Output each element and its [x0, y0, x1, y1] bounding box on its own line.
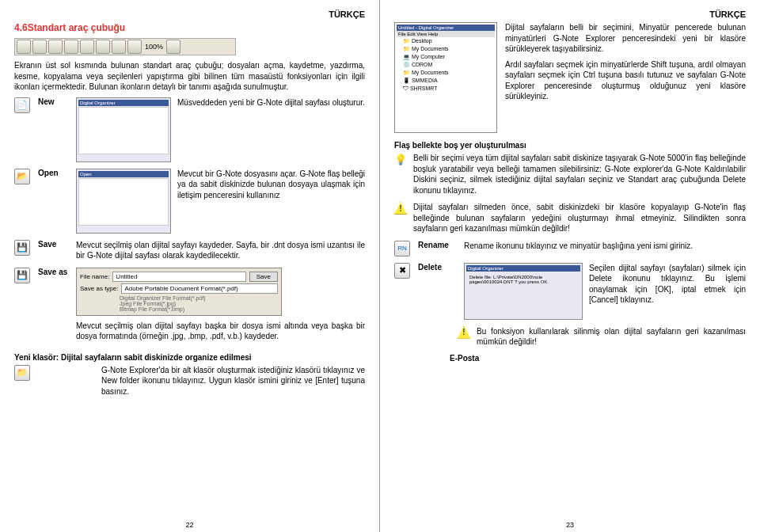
- drag-para2: Ardıl sayfaları seçmek için minyatürlerd…: [505, 59, 746, 102]
- open-screenshot: Open: [76, 169, 171, 234]
- tb-undo-icon: [127, 40, 142, 54]
- tb-cut-icon: [80, 40, 94, 54]
- left-page: TÜRKÇE 4.6Standart araç çubuğu 100% Ekra…: [0, 0, 380, 532]
- rename-label: Rename: [418, 241, 458, 249]
- newfolder-icon: 📁: [14, 365, 30, 381]
- tb-copy-icon: [96, 40, 110, 54]
- rename-icon: RN: [394, 241, 410, 256]
- dialog-text: Delete file: L:\Private\DN2000\note page…: [466, 272, 580, 287]
- tree-item: 📁 Desktop: [397, 37, 495, 45]
- section-title: 4.6Standart araç çubuğu: [14, 22, 365, 33]
- filename-field: Untitled: [112, 272, 245, 282]
- tree-title: Untitled - Digital Organizer: [397, 25, 495, 31]
- tb-new-icon: [17, 40, 31, 54]
- new-label: New: [38, 97, 70, 106]
- warn1-text: Dijital sayfaları silmeden önce, sabit d…: [413, 202, 746, 234]
- new-screenshot: Digital Organizer: [76, 97, 171, 162]
- tree-item: 🛡 SHRSMRT: [397, 85, 495, 92]
- page-num-right: 23: [380, 521, 760, 529]
- tb-extra-icon: [166, 40, 180, 54]
- rename-desc: Rename ikonunu tıklayınız ve minyatür ba…: [464, 241, 746, 252]
- save-btn: Save: [249, 272, 278, 282]
- tb-open-icon: [32, 40, 47, 54]
- new-desc: Müsveddeden yeni bir G-Note dijital sayf…: [177, 97, 365, 108]
- right-page: TÜRKÇE Untitled - Digital Organizer File…: [380, 0, 760, 532]
- standard-toolbar-image: 100%: [14, 38, 236, 55]
- tb-save-icon: [48, 40, 63, 54]
- open-icon: 📂: [14, 169, 30, 184]
- delete-row: ✖ Delete Digital Organizer Delete file: …: [394, 263, 746, 320]
- open-label: Open: [38, 169, 70, 177]
- save-label: Save: [38, 240, 70, 249]
- tb-paste-icon: [112, 40, 126, 54]
- delete-label: Delete: [418, 263, 458, 272]
- dialog-title: Digital Organizer: [466, 265, 580, 272]
- tip-row: 💡 Belli bir seçimi veya tüm dijital sayf…: [394, 153, 746, 196]
- delete-desc: Seçilen dijital sayfayı (sayfaları) silm…: [589, 263, 746, 306]
- saveas-icon: 💾: [14, 268, 30, 283]
- saveas-desc: Mevcut seçilmiş olan dijital sayfayı baş…: [76, 321, 365, 342]
- filename-label: File name:: [80, 273, 109, 280]
- warn2-row: ! Bu fonksiyon kullanılarak silinmiş ola…: [394, 326, 746, 348]
- tip1-text: Belli bir seçimi veya tüm dijital sayfal…: [413, 153, 746, 196]
- saveas-row: 💾 Save as File name: Untitled Save Save …: [14, 268, 365, 347]
- tree-item: 💻 My Computer: [397, 53, 495, 61]
- drag-para1: Dijital sayfaların belli bir seçimini, M…: [505, 22, 746, 55]
- lang-header-right: TÜRKÇE: [394, 10, 746, 19]
- tree-item: 💿 CDROM: [397, 61, 495, 69]
- open-row: 📂 Open Open Mevcut bir G-Note dosyasını …: [14, 169, 365, 234]
- warn1-row: ! Dijital sayfaları silmeden önce, sabit…: [394, 202, 746, 234]
- tree-item: 📱 SMMEDIA: [397, 77, 495, 85]
- warning-icon: !: [394, 202, 407, 215]
- newfolder-row: 📁 G-Note Explorer'da bir alt klasör oluş…: [14, 365, 365, 397]
- tb-zoom-text: 100%: [143, 43, 165, 51]
- tb-print-icon: [64, 40, 78, 54]
- type-label: Save as type:: [80, 285, 118, 292]
- lang-header-left: TÜRKÇE: [14, 10, 365, 19]
- delete-icon: ✖: [394, 263, 410, 279]
- new-icon: 📄: [14, 97, 30, 113]
- intro-text: Ekranın üst sol kısmında bulunan standar…: [14, 60, 365, 93]
- tree-item: 📁 My Documents: [397, 69, 495, 77]
- delete-dialog-screenshot: Digital Organizer Delete file: L:\Privat…: [464, 263, 583, 320]
- open-desc: Mevcut bir G-Note dosyasını açar. G-Note…: [177, 169, 365, 201]
- type-field: Adobe Portable Document Format(*.pdf): [121, 283, 278, 294]
- newfolder-desc: G-Note Explorer'da bir alt klasör oluştu…: [38, 365, 365, 397]
- saveas-dialog: File name: Untitled Save Save as type: A…: [76, 268, 282, 316]
- tree-items: 📁 Desktop 📁 My Documents 💻 My Computer 💿…: [397, 37, 495, 92]
- tree-menu: File Edit View Help: [397, 31, 495, 37]
- save-desc: Mevcut seçilmiş olan dijital sayfayı kay…: [76, 240, 365, 261]
- save-icon: 💾: [14, 240, 30, 256]
- explorer-tree-screenshot: Untitled - Digital Organizer File Edit V…: [394, 22, 497, 133]
- new-row: 📄 New Digital Organizer Müsveddeden yeni…: [14, 97, 365, 162]
- lightbulb-icon: 💡: [394, 153, 407, 165]
- flash-heading: Flaş bellekte boş yer oluşturulması: [394, 141, 746, 150]
- newfolder-heading: Yeni klasör: Dijital sayfaların sabit di…: [14, 353, 365, 362]
- rename-row: RN Rename Rename ikonunu tıklayınız ve m…: [394, 241, 746, 256]
- eposta-heading: E-Posta: [450, 354, 746, 363]
- saveas-label: Save as: [38, 268, 70, 276]
- page-num-left: 22: [0, 521, 379, 529]
- warning-icon: !: [458, 326, 470, 339]
- save-row: 💾 Save Mevcut seçilmiş olan dijital sayf…: [14, 240, 365, 261]
- warn2-text: Bu fonksiyon kullanılarak silinmiş olan …: [477, 326, 746, 348]
- type-list: Digital Organizer File Format(*.pdf) Jpe…: [80, 295, 278, 312]
- tree-item: 📁 My Documents: [397, 45, 495, 53]
